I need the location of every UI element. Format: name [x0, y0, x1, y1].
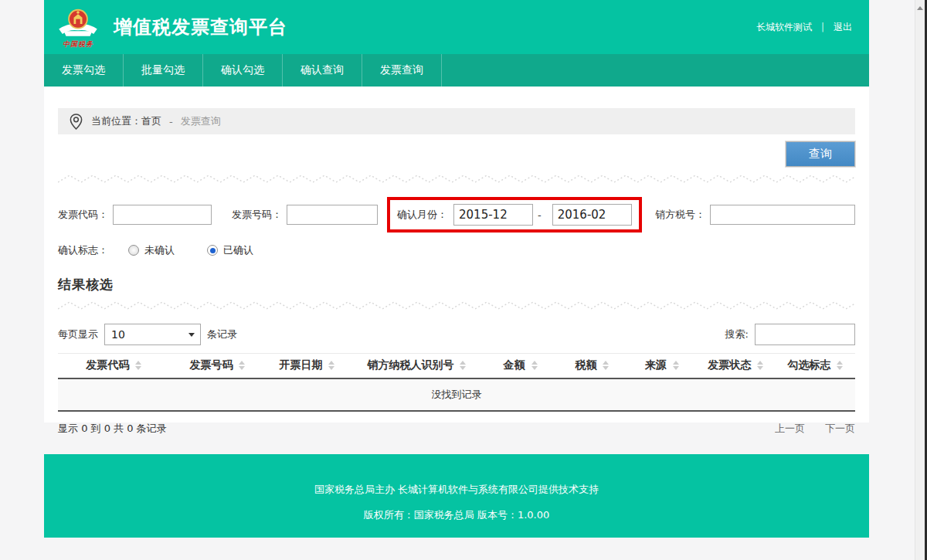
radio-confirmed-circle[interactable]: [207, 245, 218, 256]
confirm-month-to-input[interactable]: [552, 204, 632, 226]
range-dash: -: [538, 209, 542, 221]
col-header-invoice-number[interactable]: 发票号码: [169, 358, 265, 372]
query-button-row: 查询: [58, 141, 855, 167]
query-form-row: 发票代码： 发票号码： 确认月份： - 销方税号：: [58, 197, 855, 232]
chevron-down-icon: [188, 333, 195, 337]
sort-icon[interactable]: [757, 361, 763, 370]
col-header-check-flag[interactable]: 勾选标志: [776, 358, 855, 372]
next-page-link[interactable]: 下一页: [825, 422, 855, 436]
query-button[interactable]: 查询: [786, 141, 855, 167]
search-label: 搜索:: [725, 328, 749, 341]
col-header-seller-taxpayer-id[interactable]: 销方纳税人识别号: [349, 358, 484, 372]
confirm-month-highlight-box: 确认月份： -: [387, 197, 642, 232]
location-pin-icon: [69, 113, 83, 131]
radio-confirmed-label: 已确认: [223, 243, 253, 257]
radio-confirmed[interactable]: 已确认: [207, 243, 253, 257]
footer-gap: [44, 423, 869, 454]
confirm-flag-label: 确认标志：: [58, 243, 108, 257]
zigzag-divider-top: [58, 173, 855, 185]
page-title: 增值税发票查询平台: [114, 15, 287, 39]
confirm-flag-row: 确认标志： 未确认 已确认: [58, 243, 855, 257]
header-separator: |: [821, 22, 824, 32]
breadcrumb-prefix: 当前位置：首页: [91, 114, 161, 128]
col-header-invoice-code[interactable]: 发票代码: [58, 358, 169, 372]
tax-bureau-logo: 中国税务: [53, 8, 103, 49]
empty-records-message: 没找到记录: [58, 378, 855, 412]
col-header-amount[interactable]: 金额: [484, 358, 556, 372]
content-column: 中国税务 增值税发票查询平台 长城软件测试 | 退出 发票勾选 批量勾选 确认勾…: [44, 0, 869, 538]
invoice-number-label: 发票号码：: [232, 208, 282, 222]
records-info: 显示 0 到 0 共 0 条记录: [58, 422, 167, 436]
page-size-suffix: 条记录: [207, 328, 237, 341]
pagination-links: 上一页 下一页: [775, 422, 855, 436]
nav-item-batch-check[interactable]: 批量勾选: [124, 54, 203, 87]
results-table: 发票代码 发票号码 开票日期 销方纳税人识别号 金额 税额 来源 发票状态 勾选…: [58, 353, 855, 412]
sort-icon[interactable]: [460, 361, 466, 370]
invoice-code-input[interactable]: [113, 205, 212, 225]
footer-sponsor-line: 国家税务总局主办 长城计算机软件与系统有限公司提供技术支持: [44, 483, 869, 497]
col-header-invoice-status[interactable]: 发票状态: [696, 358, 776, 372]
logo-caption: 中国税务: [63, 39, 93, 49]
nav-item-confirm-query[interactable]: 确认查询: [283, 54, 362, 87]
search-input[interactable]: [755, 324, 855, 345]
page-size-prefix: 每页显示: [58, 328, 98, 341]
nav-item-invoice-query[interactable]: 发票查询: [362, 54, 442, 87]
user-account-link[interactable]: 长城软件测试: [756, 21, 812, 34]
breadcrumb-separator: -: [169, 116, 173, 127]
confirm-month-label: 确认月份：: [397, 208, 447, 222]
seller-tax-no-input[interactable]: [710, 205, 855, 225]
sort-icon[interactable]: [239, 361, 245, 370]
main-panel: 当前位置：首页 - 发票查询 查询 发票代码： 发票号码: [44, 87, 869, 423]
breadcrumb: 当前位置：首页 - 发票查询: [58, 108, 855, 134]
footer-copyright-line: 版权所有：国家税务总局 版本号：1.0.00: [44, 508, 869, 522]
vertical-scrollbar[interactable]: [915, 0, 925, 560]
col-header-source[interactable]: 来源: [628, 358, 696, 372]
sort-icon[interactable]: [328, 361, 334, 370]
main-nav: 发票勾选 批量勾选 确认勾选 确认查询 发票查询: [44, 54, 869, 87]
table-controls-row: 每页显示 10 条记录 搜索:: [58, 324, 855, 345]
page-size-select[interactable]: 10: [104, 324, 201, 345]
sort-icon[interactable]: [837, 361, 843, 370]
page-size-control: 每页显示 10 条记录: [58, 324, 237, 345]
page-size-value: 10: [111, 328, 125, 341]
sort-icon[interactable]: [603, 361, 609, 370]
radio-unconfirmed-circle[interactable]: [128, 245, 139, 256]
nav-item-invoice-check[interactable]: 发票勾选: [44, 54, 124, 87]
sort-icon[interactable]: [673, 361, 679, 370]
invoice-number-input[interactable]: [287, 205, 378, 225]
radio-selected-dot: [210, 248, 216, 253]
page-footer: 国家税务总局主办 长城计算机软件与系统有限公司提供技术支持 版权所有：国家税务总…: [44, 454, 869, 538]
breadcrumb-current: 发票查询: [181, 114, 221, 128]
radio-unconfirmed-label: 未确认: [144, 243, 175, 257]
sort-icon[interactable]: [531, 361, 538, 370]
search-control: 搜索:: [725, 324, 855, 345]
app-header: 中国税务 增值税发票查询平台 长城软件测试 | 退出: [44, 0, 869, 54]
radio-unconfirmed[interactable]: 未确认: [128, 243, 175, 257]
results-section-title: 结果核选: [58, 276, 855, 294]
invoice-code-label: 发票代码：: [58, 208, 108, 222]
page: 中国税务 增值税发票查询平台 长城软件测试 | 退出 发票勾选 批量勾选 确认勾…: [0, 0, 927, 560]
header-user-area: 长城软件测试 | 退出: [756, 21, 852, 34]
col-header-issue-date[interactable]: 开票日期: [265, 358, 348, 372]
zigzag-divider-results: [58, 300, 855, 311]
confirm-month-from-input[interactable]: [453, 204, 533, 226]
scroll-up-arrow-icon[interactable]: [917, 6, 923, 10]
prev-page-link[interactable]: 上一页: [775, 422, 805, 436]
col-header-tax-amount[interactable]: 税额: [556, 358, 628, 372]
table-header-row: 发票代码 发票号码 开票日期 销方纳税人识别号 金额 税额 来源 发票状态 勾选…: [58, 353, 855, 378]
seller-tax-no-label: 销方税号：: [655, 208, 705, 222]
tax-emblem-icon: [56, 8, 100, 42]
sort-icon[interactable]: [135, 361, 141, 370]
nav-item-confirm-check[interactable]: 确认勾选: [203, 54, 283, 87]
logout-link[interactable]: 退出: [834, 21, 852, 34]
